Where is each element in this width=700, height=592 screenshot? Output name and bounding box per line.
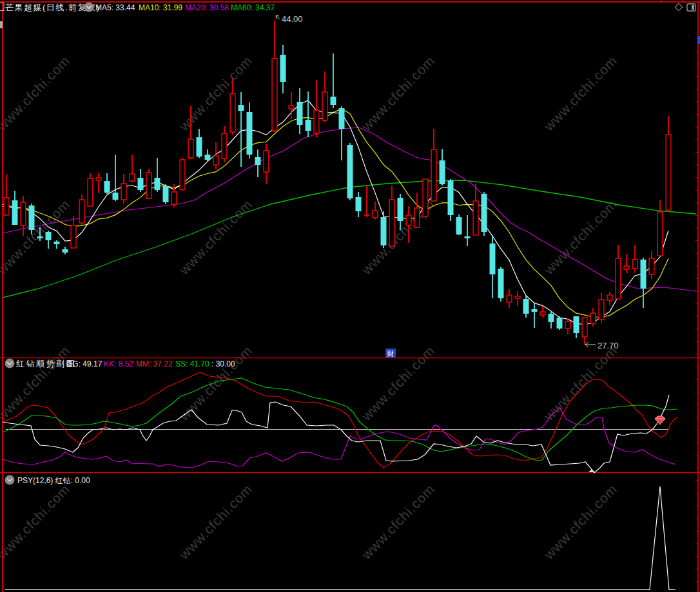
svg-text:MA10: 31.99: MA10: 31.99 [139,3,182,12]
svg-text:27.70: 27.70 [598,341,619,350]
svg-text:SS: 41.70: SS: 41.70 [175,359,209,368]
svg-text:MA5: 33.44: MA5: 33.44 [95,3,135,12]
svg-text:MM: 37.22: MM: 37.22 [136,359,173,368]
svg-text:MA20: 30.58: MA20: 30.58 [185,3,229,12]
svg-text:KK: 8.52: KK: 8.52 [104,359,133,368]
svg-text:财: 财 [387,350,394,358]
svg-text:: 30.00: : 30.00 [211,359,235,368]
svg-text:GG: 49.17: GG: 49.17 [66,359,102,368]
svg-text:PSY(12,6) 红钻: 0.00: PSY(12,6) 红钻: 0.00 [17,476,90,485]
svg-text:44.00: 44.00 [282,14,303,24]
svg-text:MA60: 34.37: MA60: 34.37 [231,3,275,12]
